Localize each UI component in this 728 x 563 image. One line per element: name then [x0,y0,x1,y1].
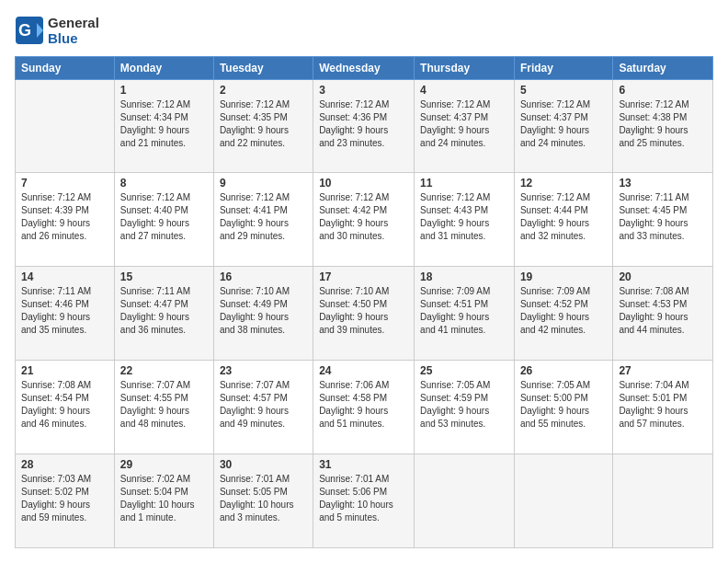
header-wednesday: Wednesday [313,56,415,79]
calendar-cell: 13Sunrise: 7:11 AM Sunset: 4:45 PM Dayli… [613,173,713,267]
calendar-cell: 25Sunrise: 7:05 AM Sunset: 4:59 PM Dayli… [415,361,515,454]
header-tuesday: Tuesday [213,56,313,79]
calendar-cell: 11Sunrise: 7:12 AM Sunset: 4:43 PM Dayli… [415,173,515,267]
calendar-cell: 30Sunrise: 7:01 AM Sunset: 5:05 PM Dayli… [213,454,313,548]
day-info: Sunrise: 7:12 AM Sunset: 4:43 PM Dayligh… [420,191,508,243]
header: G General Blue [15,15,713,47]
day-number: 3 [319,84,408,97]
day-info: Sunrise: 7:02 AM Sunset: 5:04 PM Dayligh… [120,473,208,524]
day-info: Sunrise: 7:10 AM Sunset: 4:49 PM Dayligh… [220,285,307,337]
day-number: 27 [619,364,707,377]
calendar-cell: 20Sunrise: 7:08 AM Sunset: 4:53 PM Dayli… [613,267,713,361]
day-info: Sunrise: 7:05 AM Sunset: 4:59 PM Dayligh… [420,379,508,431]
header-saturday: Saturday [613,56,713,79]
day-number: 31 [319,458,408,471]
day-number: 4 [420,84,508,97]
day-number: 28 [21,458,108,471]
day-info: Sunrise: 7:12 AM Sunset: 4:40 PM Dayligh… [120,191,208,243]
day-info: Sunrise: 7:06 AM Sunset: 4:58 PM Dayligh… [319,379,408,431]
logo-svg: G [15,16,44,45]
day-number: 10 [319,177,408,190]
week-row-3: 14Sunrise: 7:11 AM Sunset: 4:46 PM Dayli… [16,267,713,361]
calendar-cell: 24Sunrise: 7:06 AM Sunset: 4:58 PM Dayli… [313,361,415,454]
calendar-cell: 19Sunrise: 7:09 AM Sunset: 4:52 PM Dayli… [514,267,612,361]
header-sunday: Sunday [16,56,115,79]
logo: G General Blue [15,15,99,47]
logo-text-block: General Blue [48,15,99,47]
calendar-cell: 23Sunrise: 7:07 AM Sunset: 4:57 PM Dayli… [213,361,313,454]
day-number: 1 [120,84,208,97]
calendar-cell: 1Sunrise: 7:12 AM Sunset: 4:34 PM Daylig… [114,79,213,173]
page: G General Blue SundayMondayTuesdayWednes… [0,0,728,563]
day-number: 5 [520,84,607,97]
day-info: Sunrise: 7:12 AM Sunset: 4:36 PM Dayligh… [319,98,408,150]
calendar-cell: 27Sunrise: 7:04 AM Sunset: 5:01 PM Dayli… [613,361,713,454]
day-info: Sunrise: 7:12 AM Sunset: 4:37 PM Dayligh… [520,98,607,150]
day-info: Sunrise: 7:08 AM Sunset: 4:53 PM Dayligh… [619,285,707,337]
day-number: 18 [420,270,508,283]
calendar-cell [514,454,612,548]
day-number: 6 [619,84,707,97]
calendar-cell: 28Sunrise: 7:03 AM Sunset: 5:02 PM Dayli… [16,454,115,548]
calendar-cell: 2Sunrise: 7:12 AM Sunset: 4:35 PM Daylig… [213,79,313,173]
day-number: 29 [120,458,208,471]
header-row: SundayMondayTuesdayWednesdayThursdayFrid… [16,56,713,79]
calendar-cell: 3Sunrise: 7:12 AM Sunset: 4:36 PM Daylig… [313,79,415,173]
day-number: 2 [220,84,307,97]
day-info: Sunrise: 7:07 AM Sunset: 4:55 PM Dayligh… [120,379,208,431]
day-info: Sunrise: 7:09 AM Sunset: 4:51 PM Dayligh… [420,285,508,337]
calendar-cell: 10Sunrise: 7:12 AM Sunset: 4:42 PM Dayli… [313,173,415,267]
calendar-cell: 4Sunrise: 7:12 AM Sunset: 4:37 PM Daylig… [415,79,515,173]
calendar-cell: 26Sunrise: 7:05 AM Sunset: 5:00 PM Dayli… [514,361,612,454]
day-info: Sunrise: 7:11 AM Sunset: 4:45 PM Dayligh… [619,191,707,243]
calendar-cell: 17Sunrise: 7:10 AM Sunset: 4:50 PM Dayli… [313,267,415,361]
day-info: Sunrise: 7:12 AM Sunset: 4:34 PM Dayligh… [120,98,208,150]
day-info: Sunrise: 7:08 AM Sunset: 4:54 PM Dayligh… [21,379,108,431]
day-info: Sunrise: 7:12 AM Sunset: 4:38 PM Dayligh… [619,98,707,150]
day-info: Sunrise: 7:01 AM Sunset: 5:05 PM Dayligh… [220,473,307,524]
header-monday: Monday [114,56,213,79]
day-info: Sunrise: 7:12 AM Sunset: 4:44 PM Dayligh… [520,191,607,243]
calendar-cell: 16Sunrise: 7:10 AM Sunset: 4:49 PM Dayli… [213,267,313,361]
day-number: 17 [319,270,408,283]
calendar-cell: 15Sunrise: 7:11 AM Sunset: 4:47 PM Dayli… [114,267,213,361]
day-info: Sunrise: 7:11 AM Sunset: 4:46 PM Dayligh… [21,285,108,337]
calendar-cell: 29Sunrise: 7:02 AM Sunset: 5:04 PM Dayli… [114,454,213,548]
day-info: Sunrise: 7:12 AM Sunset: 4:35 PM Dayligh… [220,98,307,150]
day-number: 24 [319,364,408,377]
calendar-cell [16,79,115,173]
day-number: 23 [220,364,307,377]
day-info: Sunrise: 7:01 AM Sunset: 5:06 PM Dayligh… [319,473,408,524]
calendar-cell: 8Sunrise: 7:12 AM Sunset: 4:40 PM Daylig… [114,173,213,267]
day-number: 8 [120,177,208,190]
calendar-cell: 31Sunrise: 7:01 AM Sunset: 5:06 PM Dayli… [313,454,415,548]
day-info: Sunrise: 7:12 AM Sunset: 4:42 PM Dayligh… [319,191,408,243]
day-number: 13 [619,177,707,190]
day-number: 21 [21,364,108,377]
day-info: Sunrise: 7:03 AM Sunset: 5:02 PM Dayligh… [21,473,108,524]
day-info: Sunrise: 7:04 AM Sunset: 5:01 PM Dayligh… [619,379,707,431]
day-number: 7 [21,177,108,190]
day-number: 20 [619,270,707,283]
calendar-cell: 12Sunrise: 7:12 AM Sunset: 4:44 PM Dayli… [514,173,612,267]
day-info: Sunrise: 7:12 AM Sunset: 4:37 PM Dayligh… [420,98,508,150]
day-number: 9 [220,177,307,190]
day-number: 16 [220,270,307,283]
calendar-cell [613,454,713,548]
week-row-4: 21Sunrise: 7:08 AM Sunset: 4:54 PM Dayli… [16,361,713,454]
day-info: Sunrise: 7:12 AM Sunset: 4:41 PM Dayligh… [220,191,307,243]
day-info: Sunrise: 7:12 AM Sunset: 4:39 PM Dayligh… [21,191,108,243]
day-number: 12 [520,177,607,190]
day-number: 19 [520,270,607,283]
header-thursday: Thursday [415,56,515,79]
day-number: 15 [120,270,208,283]
svg-text:G: G [18,21,31,40]
calendar-cell: 6Sunrise: 7:12 AM Sunset: 4:38 PM Daylig… [613,79,713,173]
day-info: Sunrise: 7:09 AM Sunset: 4:52 PM Dayligh… [520,285,607,337]
day-number: 11 [420,177,508,190]
day-number: 14 [21,270,108,283]
calendar-cell: 22Sunrise: 7:07 AM Sunset: 4:55 PM Dayli… [114,361,213,454]
header-friday: Friday [514,56,612,79]
day-number: 22 [120,364,208,377]
calendar-cell [415,454,515,548]
